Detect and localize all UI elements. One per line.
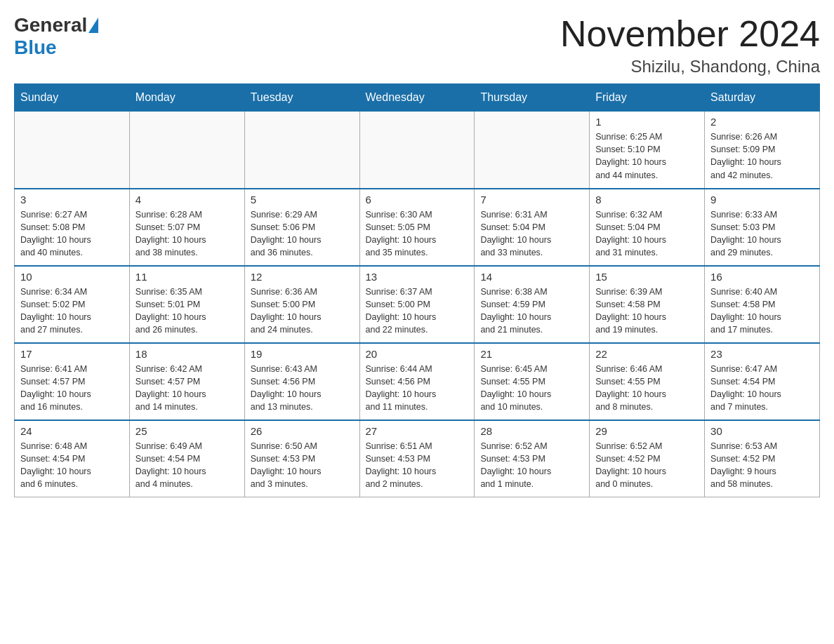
calendar-week-row: 17Sunrise: 6:41 AM Sunset: 4:57 PM Dayli… (15, 343, 820, 420)
day-info: Sunrise: 6:34 AM Sunset: 5:02 PM Dayligh… (20, 286, 124, 337)
day-number: 16 (710, 271, 814, 283)
day-number: 17 (20, 348, 124, 360)
calendar-day-cell: 14Sunrise: 6:38 AM Sunset: 4:59 PM Dayli… (475, 266, 590, 343)
day-info: Sunrise: 6:36 AM Sunset: 5:00 PM Dayligh… (251, 286, 354, 337)
day-info: Sunrise: 6:27 AM Sunset: 5:08 PM Dayligh… (20, 208, 124, 260)
day-info: Sunrise: 6:42 AM Sunset: 4:57 PM Dayligh… (135, 363, 239, 414)
calendar-day-cell (359, 112, 475, 189)
title-block: November 2024 Shizilu, Shandong, China (560, 14, 820, 76)
day-of-week-header: Tuesday (244, 84, 359, 112)
day-info: Sunrise: 6:29 AM Sunset: 5:06 PM Dayligh… (251, 208, 354, 260)
day-info: Sunrise: 6:53 AM Sunset: 4:52 PM Dayligh… (710, 440, 814, 491)
calendar-day-cell: 17Sunrise: 6:41 AM Sunset: 4:57 PM Dayli… (15, 343, 130, 420)
day-number: 3 (20, 194, 124, 206)
day-info: Sunrise: 6:44 AM Sunset: 4:56 PM Dayligh… (366, 363, 469, 414)
day-info: Sunrise: 6:47 AM Sunset: 4:54 PM Dayligh… (710, 363, 814, 414)
day-info: Sunrise: 6:49 AM Sunset: 4:54 PM Dayligh… (135, 440, 239, 491)
logo-triangle-icon (88, 18, 98, 33)
day-info: Sunrise: 6:30 AM Sunset: 5:05 PM Dayligh… (366, 208, 469, 260)
day-number: 23 (710, 348, 814, 360)
day-of-week-header: Saturday (705, 84, 820, 112)
calendar-day-cell (129, 112, 244, 189)
day-info: Sunrise: 6:25 AM Sunset: 5:10 PM Dayligh… (595, 130, 699, 182)
day-number: 4 (135, 194, 239, 206)
day-info: Sunrise: 6:46 AM Sunset: 4:55 PM Dayligh… (595, 363, 699, 414)
calendar-day-cell: 6Sunrise: 6:30 AM Sunset: 5:05 PM Daylig… (359, 189, 475, 266)
calendar-day-cell (475, 112, 590, 189)
day-number: 6 (366, 194, 469, 206)
calendar-day-cell: 4Sunrise: 6:28 AM Sunset: 5:07 PM Daylig… (129, 189, 244, 266)
day-number: 29 (595, 425, 699, 437)
calendar-day-cell: 5Sunrise: 6:29 AM Sunset: 5:06 PM Daylig… (244, 189, 359, 266)
calendar-day-cell: 19Sunrise: 6:43 AM Sunset: 4:56 PM Dayli… (244, 343, 359, 420)
calendar-day-cell: 24Sunrise: 6:48 AM Sunset: 4:54 PM Dayli… (15, 420, 130, 497)
logo: General Blue (14, 14, 100, 59)
day-info: Sunrise: 6:40 AM Sunset: 4:58 PM Dayligh… (710, 286, 814, 337)
calendar-day-cell: 27Sunrise: 6:51 AM Sunset: 4:53 PM Dayli… (359, 420, 475, 497)
location-title: Shizilu, Shandong, China (560, 57, 820, 76)
calendar-day-cell: 3Sunrise: 6:27 AM Sunset: 5:08 PM Daylig… (15, 189, 130, 266)
day-number: 12 (251, 271, 354, 283)
calendar-day-cell: 22Sunrise: 6:46 AM Sunset: 4:55 PM Dayli… (590, 343, 705, 420)
day-info: Sunrise: 6:51 AM Sunset: 4:53 PM Dayligh… (366, 440, 469, 491)
day-number: 25 (135, 425, 239, 437)
logo-blue-text: Blue (14, 36, 57, 58)
day-number: 21 (480, 348, 583, 360)
day-of-week-header: Monday (129, 84, 244, 112)
page-header: General Blue November 2024 Shizilu, Shan… (14, 14, 820, 76)
day-number: 7 (480, 194, 583, 206)
day-info: Sunrise: 6:50 AM Sunset: 4:53 PM Dayligh… (251, 440, 354, 491)
calendar-week-row: 10Sunrise: 6:34 AM Sunset: 5:02 PM Dayli… (15, 266, 820, 343)
day-info: Sunrise: 6:31 AM Sunset: 5:04 PM Dayligh… (480, 208, 583, 260)
day-number: 5 (251, 194, 354, 206)
day-number: 14 (480, 271, 583, 283)
day-info: Sunrise: 6:32 AM Sunset: 5:04 PM Dayligh… (595, 208, 699, 260)
day-info: Sunrise: 6:48 AM Sunset: 4:54 PM Dayligh… (20, 440, 124, 491)
calendar-week-row: 1Sunrise: 6:25 AM Sunset: 5:10 PM Daylig… (15, 112, 820, 189)
calendar-day-cell: 7Sunrise: 6:31 AM Sunset: 5:04 PM Daylig… (475, 189, 590, 266)
day-info: Sunrise: 6:52 AM Sunset: 4:53 PM Dayligh… (480, 440, 583, 491)
day-of-week-header: Wednesday (359, 84, 475, 112)
calendar-day-cell: 12Sunrise: 6:36 AM Sunset: 5:00 PM Dayli… (244, 266, 359, 343)
calendar-day-cell: 28Sunrise: 6:52 AM Sunset: 4:53 PM Dayli… (475, 420, 590, 497)
day-number: 11 (135, 271, 239, 283)
calendar-day-cell (244, 112, 359, 189)
day-number: 9 (710, 194, 814, 206)
day-number: 28 (480, 425, 583, 437)
calendar-header-row: SundayMondayTuesdayWednesdayThursdayFrid… (15, 84, 820, 112)
day-number: 26 (251, 425, 354, 437)
day-info: Sunrise: 6:37 AM Sunset: 5:00 PM Dayligh… (366, 286, 469, 337)
day-number: 13 (366, 271, 469, 283)
day-info: Sunrise: 6:35 AM Sunset: 5:01 PM Dayligh… (135, 286, 239, 337)
day-number: 1 (595, 116, 699, 128)
calendar-day-cell: 8Sunrise: 6:32 AM Sunset: 5:04 PM Daylig… (590, 189, 705, 266)
day-number: 10 (20, 271, 124, 283)
day-info: Sunrise: 6:26 AM Sunset: 5:09 PM Dayligh… (710, 130, 814, 182)
calendar-day-cell: 30Sunrise: 6:53 AM Sunset: 4:52 PM Dayli… (705, 420, 820, 497)
day-number: 20 (366, 348, 469, 360)
calendar-day-cell: 20Sunrise: 6:44 AM Sunset: 4:56 PM Dayli… (359, 343, 475, 420)
day-of-week-header: Sunday (15, 84, 130, 112)
calendar-day-cell: 11Sunrise: 6:35 AM Sunset: 5:01 PM Dayli… (129, 266, 244, 343)
logo-general-text: General (14, 14, 87, 36)
day-info: Sunrise: 6:43 AM Sunset: 4:56 PM Dayligh… (251, 363, 354, 414)
calendar-day-cell: 25Sunrise: 6:49 AM Sunset: 4:54 PM Dayli… (129, 420, 244, 497)
calendar-day-cell: 29Sunrise: 6:52 AM Sunset: 4:52 PM Dayli… (590, 420, 705, 497)
day-info: Sunrise: 6:41 AM Sunset: 4:57 PM Dayligh… (20, 363, 124, 414)
day-info: Sunrise: 6:45 AM Sunset: 4:55 PM Dayligh… (480, 363, 583, 414)
day-of-week-header: Thursday (475, 84, 590, 112)
day-number: 22 (595, 348, 699, 360)
calendar-day-cell (15, 112, 130, 189)
day-of-week-header: Friday (590, 84, 705, 112)
day-info: Sunrise: 6:28 AM Sunset: 5:07 PM Dayligh… (135, 208, 239, 260)
month-title: November 2024 (560, 14, 820, 54)
day-number: 19 (251, 348, 354, 360)
day-info: Sunrise: 6:38 AM Sunset: 4:59 PM Dayligh… (480, 286, 583, 337)
calendar-day-cell: 9Sunrise: 6:33 AM Sunset: 5:03 PM Daylig… (705, 189, 820, 266)
calendar-day-cell: 1Sunrise: 6:25 AM Sunset: 5:10 PM Daylig… (590, 112, 705, 189)
day-number: 27 (366, 425, 469, 437)
day-info: Sunrise: 6:52 AM Sunset: 4:52 PM Dayligh… (595, 440, 699, 491)
day-number: 18 (135, 348, 239, 360)
calendar-day-cell: 10Sunrise: 6:34 AM Sunset: 5:02 PM Dayli… (15, 266, 130, 343)
calendar-week-row: 3Sunrise: 6:27 AM Sunset: 5:08 PM Daylig… (15, 189, 820, 266)
